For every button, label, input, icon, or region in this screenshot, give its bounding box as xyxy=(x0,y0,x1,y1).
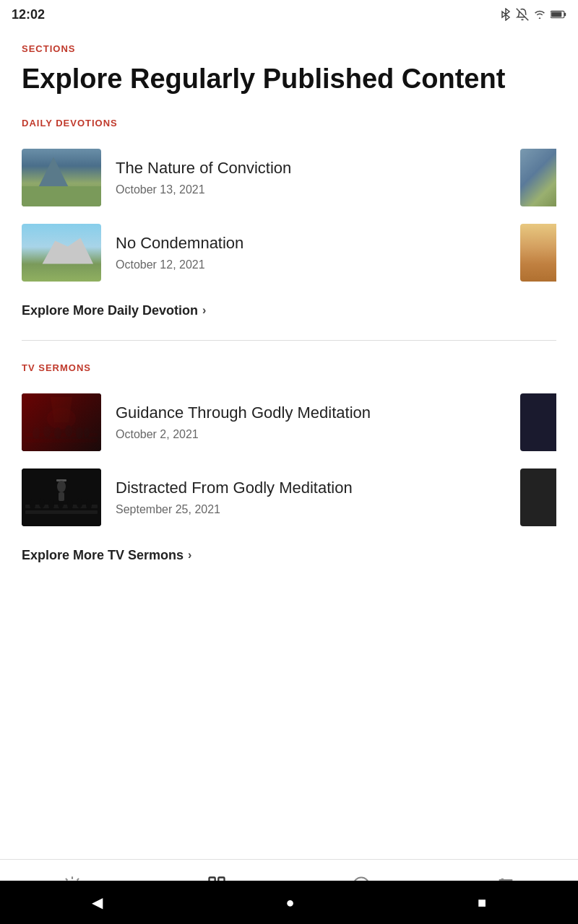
svg-point-7 xyxy=(33,427,40,439)
devotion-right-thumb-2 xyxy=(520,224,556,282)
daily-devotions-label: DAILY DEVOTIONS xyxy=(22,118,556,128)
sermons-list: Guidance Through Godly Meditation Octobe… xyxy=(22,385,556,535)
scroll-area: SECTIONS Explore Regularly Published Con… xyxy=(0,29,578,924)
svg-rect-16 xyxy=(25,510,98,514)
devotion-thumb-2 xyxy=(22,224,101,282)
status-time: 12:02 xyxy=(12,7,45,22)
svg-point-25 xyxy=(57,481,66,492)
devotion-date-1: October 13, 2021 xyxy=(116,183,556,196)
android-home-button[interactable]: ● xyxy=(285,894,294,911)
svg-point-9 xyxy=(54,427,61,439)
devotion-date-2: October 12, 2021 xyxy=(116,258,556,271)
notification-muted-icon xyxy=(516,8,529,21)
svg-point-8 xyxy=(43,426,51,437)
devotion-item-2[interactable]: No Condemnation October 12, 2021 xyxy=(22,215,556,290)
devotion-title-1: The Nature of Conviction xyxy=(116,158,556,179)
wifi-icon xyxy=(533,9,546,19)
status-icons xyxy=(500,8,566,21)
sections-label: SECTIONS xyxy=(22,43,556,54)
sermon-info-1: Guidance Through Godly Meditation Octobe… xyxy=(116,403,556,441)
tv-sermons-label: TV SERMONS xyxy=(22,362,556,373)
devotion-item-1[interactable]: The Nature of Conviction October 13, 202… xyxy=(22,140,556,215)
header-section: SECTIONS Explore Regularly Published Con… xyxy=(22,43,556,96)
sermon-right-thumb-2 xyxy=(520,468,556,526)
android-back-button[interactable]: ◀ xyxy=(92,894,103,911)
svg-point-22 xyxy=(77,498,82,508)
devotion-info-1: The Nature of Conviction October 13, 202… xyxy=(116,158,556,196)
svg-rect-1 xyxy=(564,13,566,17)
sermon-item-2[interactable]: Distracted From Godly Meditation Septemb… xyxy=(22,460,556,535)
sermon-thumb-svg-2 xyxy=(22,468,101,526)
svg-marker-13 xyxy=(51,397,72,422)
page-title: Explore Regularly Published Content xyxy=(22,63,556,96)
devotion-title-2: No Condemnation xyxy=(116,233,556,254)
svg-point-17 xyxy=(30,500,35,510)
svg-rect-2 xyxy=(551,12,561,17)
svg-point-21 xyxy=(67,500,73,510)
section-divider xyxy=(22,340,556,341)
daily-devotions-section: DAILY DEVOTIONS The Nature of Conviction… xyxy=(22,118,556,318)
devotion-thumb-1 xyxy=(22,149,101,206)
sermon-item-1[interactable]: Guidance Through Godly Meditation Octobe… xyxy=(22,385,556,460)
svg-point-10 xyxy=(65,425,72,437)
main-content: SECTIONS Explore Regularly Published Con… xyxy=(0,29,578,635)
status-bar: 12:02 xyxy=(0,0,578,29)
svg-point-23 xyxy=(86,500,92,510)
svg-rect-6 xyxy=(25,439,98,443)
chevron-right-icon-2: › xyxy=(188,549,191,562)
sermon-title-2: Distracted From Godly Meditation xyxy=(116,478,556,499)
sermon-date-1: October 2, 2021 xyxy=(116,428,556,441)
android-nav-bar: ◀ ● ■ xyxy=(0,881,578,924)
devotion-right-thumb-1 xyxy=(520,149,556,206)
svg-point-12 xyxy=(84,427,90,437)
svg-point-18 xyxy=(39,498,45,508)
android-recent-button[interactable]: ■ xyxy=(478,894,486,911)
devotions-list: The Nature of Conviction October 13, 202… xyxy=(22,140,556,290)
svg-point-11 xyxy=(76,427,83,439)
bluetooth-icon xyxy=(500,8,512,21)
sermon-thumb-1 xyxy=(22,393,101,451)
svg-point-4 xyxy=(47,408,76,430)
sermon-title-1: Guidance Through Godly Meditation xyxy=(116,403,556,424)
explore-more-devotion-link[interactable]: Explore More Daily Devotion › xyxy=(22,303,556,318)
svg-rect-3 xyxy=(22,393,101,451)
svg-rect-26 xyxy=(59,492,64,501)
explore-more-sermons-link[interactable]: Explore More TV Sermons › xyxy=(22,548,556,563)
chevron-right-icon: › xyxy=(202,304,206,317)
svg-point-19 xyxy=(48,500,54,510)
sermon-right-thumb-1 xyxy=(520,393,556,451)
sermon-thumb-svg-1 xyxy=(22,393,101,451)
tv-sermons-section: TV SERMONS xyxy=(22,362,556,563)
devotion-info-2: No Condemnation October 12, 2021 xyxy=(116,233,556,271)
svg-rect-5 xyxy=(25,433,98,437)
sermon-date-2: September 25, 2021 xyxy=(116,503,556,516)
battery-icon xyxy=(551,9,566,19)
sermon-thumb-2 xyxy=(22,468,101,526)
sermon-info-2: Distracted From Godly Meditation Septemb… xyxy=(116,478,556,516)
